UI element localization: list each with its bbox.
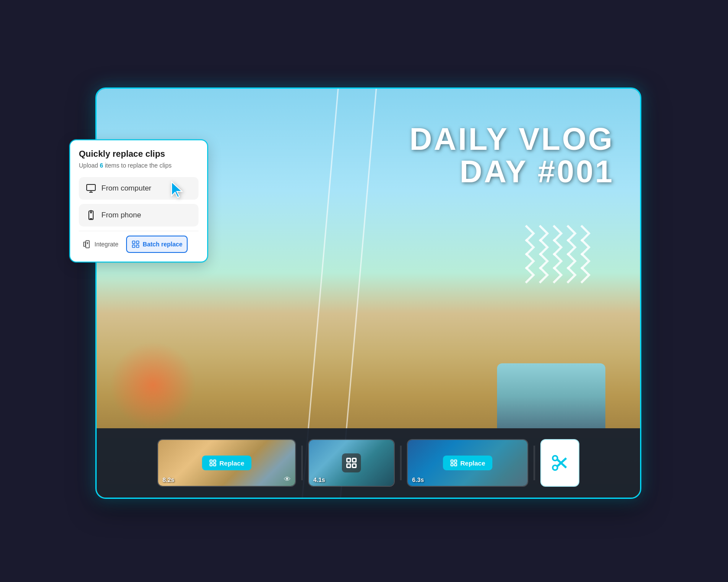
batch-replace-icon (131, 240, 140, 249)
batch-replace-label: Batch replace (143, 241, 182, 248)
svg-rect-11 (455, 464, 457, 466)
svg-rect-8 (451, 460, 453, 462)
timeline: 8.2s Replace 👁 4.1s (97, 428, 640, 498)
chevron-row-1 (520, 227, 588, 239)
computer-icon (86, 183, 96, 194)
svg-rect-26 (133, 241, 135, 243)
scissors-icon (550, 453, 569, 472)
svg-rect-10 (451, 464, 453, 466)
subtitle-number: 6 (100, 162, 103, 169)
chevron-icon (573, 266, 591, 284)
cursor-svg (170, 181, 185, 199)
integrate-label: Integrate (94, 241, 118, 248)
svg-rect-1 (214, 460, 216, 462)
eye-icon: 👁 (284, 475, 291, 483)
svg-rect-6 (347, 464, 351, 467)
integrate-icon (83, 240, 92, 249)
replace-label-3: Replace (460, 459, 485, 467)
from-computer-label: From computer (101, 184, 151, 193)
clip-gap-2 (400, 446, 402, 480)
svg-rect-3 (214, 464, 216, 466)
beach-umbrella-element (110, 342, 196, 428)
cursor-arrow (170, 181, 185, 201)
bottom-actions: Integrate Batch replace (79, 236, 198, 253)
replace-button-1[interactable]: Replace (202, 456, 251, 470)
svg-rect-9 (455, 460, 457, 462)
from-phone-label: From phone (101, 211, 141, 220)
vlog-title-line2: DAY #001 (410, 155, 614, 189)
subtitle-prefix: Upload (79, 162, 100, 169)
chevron-row-4 (520, 269, 588, 281)
svg-line-25 (88, 242, 88, 243)
clip-gap-1 (301, 446, 303, 480)
chevrons-decoration (520, 227, 588, 281)
van-element (497, 363, 605, 428)
subtitle-suffix: items to replace the clips (103, 162, 172, 169)
replace-button-3[interactable]: Replace (443, 456, 492, 470)
clip-duration-2: 4.1s (313, 476, 325, 483)
svg-rect-29 (136, 245, 139, 247)
clip-card-2[interactable]: 4.1s (308, 439, 395, 487)
phone-icon (86, 210, 96, 220)
svg-rect-5 (352, 459, 356, 462)
svg-rect-28 (133, 245, 135, 247)
integrate-button[interactable]: Integrate (79, 236, 123, 252)
chevron-row-3 (520, 255, 588, 267)
svg-rect-22 (84, 242, 85, 246)
popup-card: Quickly replace clips Upload 6 items to … (69, 139, 208, 262)
batch-replace-button[interactable]: Batch replace (126, 236, 188, 253)
svg-rect-2 (210, 464, 212, 466)
popup-subtitle: Upload 6 items to replace the clips (79, 162, 198, 170)
from-phone-button[interactable]: From phone (79, 204, 198, 226)
replace-icon (209, 459, 217, 467)
vlog-title-line1: DAILY VLOG (410, 123, 614, 155)
replace-grid-icon (345, 457, 358, 469)
clip-gap-3 (533, 446, 535, 480)
svg-rect-27 (136, 241, 139, 243)
clip-replace-icon-2 (342, 453, 361, 472)
scissors-card[interactable] (540, 439, 579, 487)
vlog-title: DAILY VLOG DAY #001 (410, 123, 614, 189)
main-container: DAILY VLOG DAY #001 (61, 53, 667, 529)
replace-icon-2 (450, 459, 458, 467)
clip-duration-3: 6.3s (412, 476, 424, 483)
svg-rect-4 (347, 459, 351, 462)
popup-title: Quickly replace clips (79, 149, 198, 159)
svg-rect-7 (352, 464, 356, 467)
svg-rect-16 (87, 184, 95, 191)
svg-rect-0 (210, 460, 212, 462)
popup-separator (79, 231, 198, 231)
clip-card-1[interactable]: 8.2s Replace 👁 (157, 439, 296, 487)
chevron-row-2 (520, 241, 588, 253)
clip-card-3[interactable]: 6.3s Replace (407, 439, 528, 487)
clip-duration-1: 8.2s (162, 476, 174, 483)
replace-label: Replace (219, 459, 244, 467)
